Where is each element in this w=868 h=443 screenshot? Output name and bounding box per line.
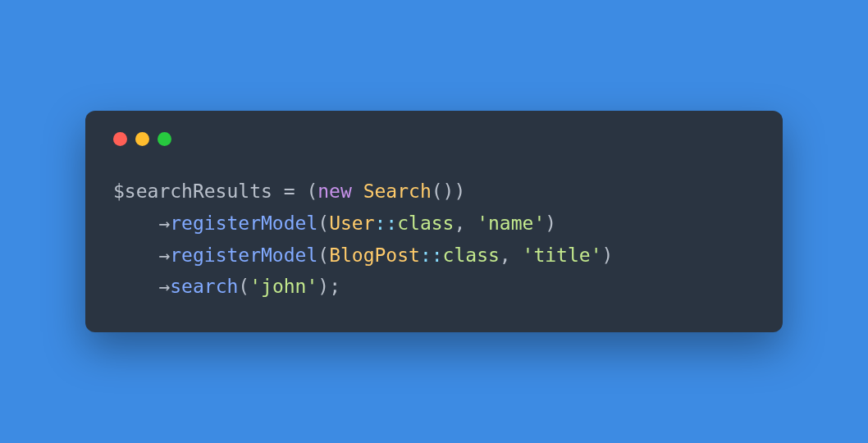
code-punct: = ( [272,180,318,202]
code-punct: ( [318,212,329,234]
code-double-colon: :: [420,244,443,266]
code-method-search: search [170,276,238,297]
window-minimize-dot [135,132,149,146]
window-close-dot [113,132,127,146]
code-method-registermodel: registerModel [170,244,318,266]
code-string-john: 'john' [249,276,318,297]
code-prop-class: class [443,244,500,266]
code-indent [113,244,158,266]
code-punct: ()) [432,180,466,202]
arrow-icon: → [158,244,170,266]
code-space [352,180,363,202]
code-class-search: Search [363,180,432,202]
arrow-icon: → [158,212,170,234]
code-block: $searchResults = (new Search()) →registe… [113,176,755,303]
code-method-registermodel: registerModel [170,212,318,234]
code-window: $searchResults = (new Search()) →registe… [85,111,783,332]
code-punct: ) [602,244,614,266]
code-class-user: User [329,212,374,234]
code-punct: ( [318,244,329,266]
code-punct: , [454,212,477,234]
code-prop-class: class [397,212,454,234]
code-string-title: 'title' [523,244,602,266]
code-indent [113,276,158,297]
code-punct: ); [318,276,340,297]
code-double-colon: :: [375,212,398,234]
code-indent [113,212,158,234]
code-punct: ( [238,276,249,297]
code-punct: , [500,244,523,266]
code-class-blogpost: BlogPost [329,244,420,266]
window-zoom-dot [158,132,171,146]
code-keyword-new: new [318,180,352,202]
arrow-icon: → [158,276,170,297]
code-punct: ) [545,212,556,234]
window-traffic-lights [113,132,755,146]
code-string-name: 'name' [477,212,545,234]
code-variable: $searchResults [113,180,272,202]
